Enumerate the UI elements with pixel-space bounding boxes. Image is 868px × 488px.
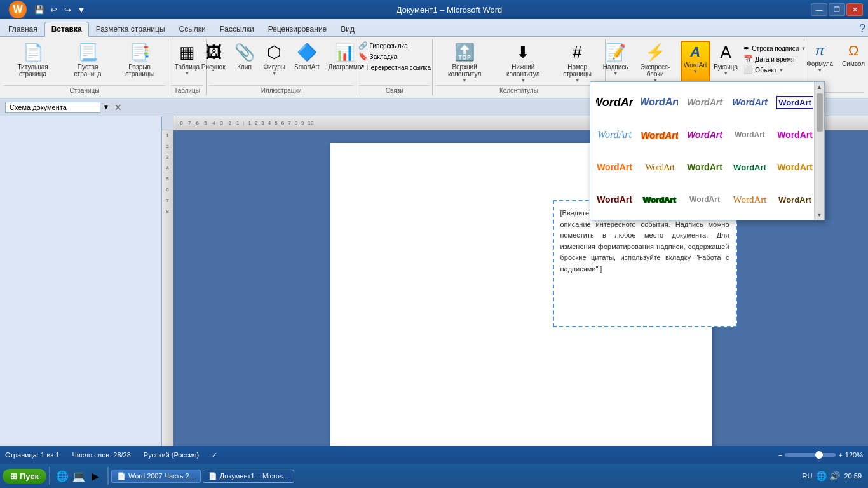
btn-blank-page[interactable]: 📃 Пустая страница — [63, 41, 112, 84]
wordart-item-9[interactable]: WordArt — [731, 119, 769, 150]
wordart-item-6[interactable]: WordArt — [595, 119, 634, 150]
tray-network-icon[interactable]: 🌐 — [816, 471, 827, 481]
office-logo: W — [9, 1, 27, 18]
office-button[interactable]: W — [5, 0, 31, 19]
wordart-item-12[interactable]: WordArt — [641, 152, 679, 182]
wordart-style-5: WordArt — [776, 96, 814, 109]
taskbar-divider-2 — [107, 467, 109, 485]
btn-picture[interactable]: 🖼 Рисунок — [198, 41, 229, 84]
wordart-item-10[interactable]: WordArt — [776, 119, 814, 150]
shapes-dropdown-icon: ▼ — [272, 71, 277, 76]
btn-crossref[interactable]: ↗ Перекрестная ссылка — [356, 62, 433, 72]
symbol-label: Символ — [842, 60, 865, 67]
vruler-mark: 3 — [166, 154, 168, 160]
wordart-item-19[interactable]: WordArt — [731, 184, 769, 215]
taskbar-item-word2007[interactable]: 📄 Word 2007 Часть 2... — [111, 470, 201, 483]
zoom-in-btn[interactable]: + — [838, 451, 842, 459]
wordart-item-7[interactable]: WordArt — [641, 119, 679, 150]
wordart-item-11[interactable]: WordArt — [595, 152, 634, 182]
start-button[interactable]: ⊞ Пуск — [3, 469, 46, 484]
title-bar: W 💾 ↩ ↪ ▼ Документ1 – Microsoft Word — ❐… — [0, 0, 868, 19]
wordart-btn-icon: A — [690, 44, 700, 60]
table-icon: ▦ — [179, 43, 195, 62]
wordart-item-8[interactable]: WordArt — [686, 119, 724, 150]
zoom-out-btn[interactable]: − — [778, 451, 782, 459]
scroll-down-arrow[interactable]: ▼ — [817, 210, 822, 220]
minimize-btn[interactable]: — — [811, 3, 827, 16]
tab-mailings[interactable]: Рассылки — [213, 22, 261, 36]
group-links-items: 🔗 Гиперссылка 🔖 Закладка ↗ Перекрестная … — [356, 39, 433, 85]
zoom-slider[interactable] — [785, 453, 836, 457]
wordart-item-1[interactable]: WordArt — [595, 87, 634, 118]
check-icon: ✓ — [212, 451, 217, 459]
taskbar-item-doc1[interactable]: 📄 Документ1 – Micros... — [203, 470, 295, 483]
taskbar-item-doc1-label: Документ1 – Micros... — [220, 472, 289, 480]
ql-browser-icon[interactable]: 🌐 — [55, 469, 69, 483]
tray-sound-icon[interactable]: 🔊 — [829, 471, 840, 481]
pagenumber-dropdown-icon: ▼ — [575, 78, 580, 83]
signline-icon: ✒ — [743, 44, 750, 53]
btn-object[interactable]: ⬜ Объект ▼ — [741, 65, 808, 75]
btn-formula[interactable]: π Формула ▼ — [803, 41, 837, 84]
btn-title-page[interactable]: 📄 Титульная страница — [4, 41, 62, 84]
schema-input[interactable] — [5, 102, 100, 113]
tab-insert[interactable]: Вставка — [44, 22, 89, 37]
wordart-item-4[interactable]: WordArt — [731, 87, 769, 118]
undo-qa-btn[interactable]: ↩ — [47, 3, 60, 16]
smartart-icon: 🔷 — [297, 43, 317, 62]
crossref-icon: ↗ — [358, 63, 365, 72]
btn-shapes[interactable]: ⬡ Фигуры ▼ — [260, 41, 289, 84]
wordart-item-18[interactable]: WordArt — [686, 184, 724, 215]
ribbon-help-btn[interactable]: ? — [859, 22, 865, 36]
tab-references[interactable]: Ссылки — [172, 22, 213, 36]
wordart-item-17[interactable]: WordArt — [641, 184, 679, 215]
scroll-up-arrow[interactable]: ▲ — [817, 82, 822, 92]
btn-wordart[interactable]: A WordArt ▼ — [681, 41, 710, 84]
wordart-item-20[interactable]: WordArt — [776, 184, 814, 215]
schema-dropdown-btn[interactable]: ▼ — [103, 104, 109, 111]
wordart-item-14[interactable]: WordArt — [731, 152, 769, 182]
btn-footer[interactable]: ⬇ Нижний колонтитул ▼ — [495, 41, 552, 84]
ql-explorer-icon[interactable]: 💻 — [72, 469, 86, 483]
btn-datetime[interactable]: 📅 Дата и время — [741, 54, 808, 64]
btn-signline[interactable]: ✒ Строка подписи ▼ — [741, 43, 808, 53]
zoom-thumb[interactable] — [815, 451, 823, 459]
btn-smartart[interactable]: 🔷 SmartArt — [290, 41, 323, 84]
tab-review[interactable]: Рецензирование — [261, 22, 334, 36]
btn-pagenumber[interactable]: # Номер страницы ▼ — [553, 41, 602, 84]
btn-symbol[interactable]: Ω Символ — [838, 41, 868, 84]
schema-close-btn[interactable]: ✕ — [114, 102, 122, 112]
scroll-thumb[interactable] — [817, 93, 823, 132]
wordart-item-13[interactable]: WordArt — [686, 152, 724, 182]
btn-bookmark[interactable]: 🔖 Закладка — [356, 51, 433, 62]
vertical-ruler: 1 2 3 4 5 6 7 8 — [162, 130, 173, 487]
gallery-scrollbar[interactable]: ▲ ▼ — [814, 82, 824, 220]
btn-quickparts[interactable]: ⚡ Экспресс-блоки ▼ — [632, 41, 679, 84]
close-btn[interactable]: ✕ — [846, 3, 863, 16]
btn-hyperlink[interactable]: 🔗 Гиперссылка — [356, 41, 433, 51]
group-links: 🔗 Гиперссылка 🔖 Закладка ↗ Перекрестная … — [356, 39, 433, 95]
tab-home[interactable]: Главная — [1, 22, 44, 36]
ql-media-icon[interactable]: ▶ — [88, 469, 102, 483]
save-qa-btn[interactable]: 💾 — [33, 3, 46, 16]
wordart-item-3[interactable]: WordArt — [686, 87, 724, 118]
redo-qa-btn[interactable]: ↪ — [61, 3, 74, 16]
wordart-item-15[interactable]: WordArt — [776, 152, 814, 182]
btn-header[interactable]: 🔝 Верхний колонтитул ▼ — [435, 41, 494, 84]
tab-layout[interactable]: Разметка страницы — [89, 22, 172, 36]
wordart-item-16[interactable]: WordArt — [595, 184, 634, 215]
btn-clip[interactable]: 📎 Клип — [231, 41, 259, 84]
maximize-btn[interactable]: ❐ — [829, 3, 845, 16]
header-icon: 🔝 — [454, 43, 475, 62]
btn-dropcap[interactable]: A Буквица ▼ — [712, 41, 740, 84]
wordart-style-20: WordArt — [778, 195, 811, 205]
tab-view[interactable]: Вид — [334, 22, 362, 36]
ruler-corner — [162, 116, 173, 130]
btn-textbox[interactable]: 📝 Надпись ▼ — [601, 41, 630, 84]
wordart-item-5[interactable]: WordArt — [776, 87, 814, 118]
customize-qa-btn[interactable]: ▼ — [75, 3, 88, 16]
formula-dropdown-icon: ▼ — [817, 67, 822, 73]
wordart-item-2[interactable]: WordArt — [641, 87, 679, 118]
btn-page-break[interactable]: 📑 Разрыв страницы — [114, 41, 165, 84]
ribbon-tabs: Главная Вставка Разметка страницы Ссылки… — [0, 19, 868, 36]
